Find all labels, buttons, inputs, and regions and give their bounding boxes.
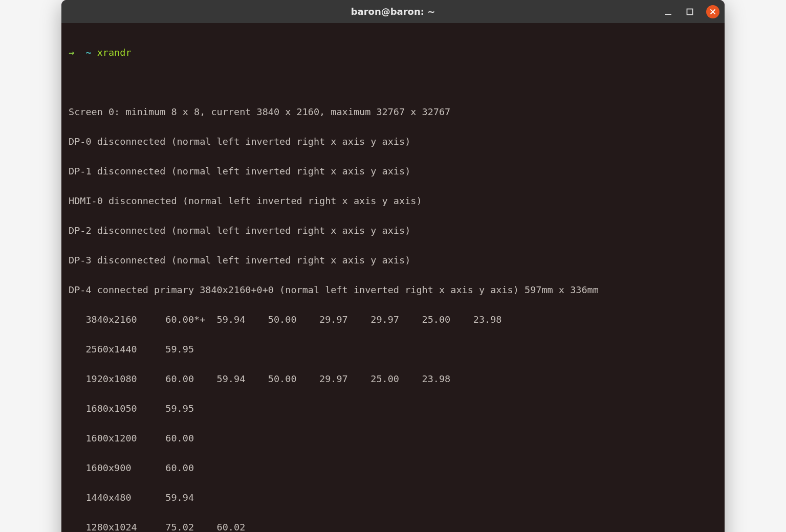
- maximize-icon: [686, 8, 693, 15]
- prompt-arrow-icon: →: [69, 47, 74, 58]
- output-line: DP-1 disconnected (normal left inverted …: [69, 164, 717, 179]
- prompt-line-1: → ~ xrandr: [69, 45, 717, 60]
- minimize-icon: [665, 8, 672, 15]
- output-line: 3840x2160 60.00*+ 59.94 50.00 29.97 29.9…: [69, 312, 717, 327]
- close-button[interactable]: [706, 5, 719, 18]
- output-line: HDMI-0 disconnected (normal left inverte…: [69, 193, 717, 208]
- output-line: 1280x1024 75.02 60.02: [69, 520, 717, 532]
- output-line: Screen 0: minimum 8 x 8, current 3840 x …: [69, 104, 717, 119]
- svg-rect-0: [665, 14, 671, 15]
- output-line: 1920x1080 60.00 59.94 50.00 29.97 25.00 …: [69, 371, 717, 386]
- window-title: baron@baron: ~: [351, 6, 435, 17]
- command-text: xrandr: [97, 47, 132, 58]
- output-line: DP-0 disconnected (normal left inverted …: [69, 134, 717, 149]
- output-line: 1600x1200 60.00: [69, 431, 717, 446]
- output-line: 1440x480 59.94: [69, 490, 717, 505]
- output-line: 1600x900 60.00: [69, 460, 717, 475]
- output-line: 1680x1050 59.95: [69, 401, 717, 416]
- maximize-button[interactable]: [685, 7, 695, 17]
- terminal-window: baron@baron: ~ → ~ xrandr Screen 0: mini…: [61, 0, 725, 532]
- svg-rect-1: [687, 9, 693, 14]
- window-controls: [663, 5, 719, 18]
- output-line: 2560x1440 59.95: [69, 342, 717, 357]
- blank-line: [69, 75, 717, 90]
- output-line: DP-3 disconnected (normal left inverted …: [69, 253, 717, 268]
- prompt-cwd: ~: [85, 47, 91, 58]
- titlebar: baron@baron: ~: [61, 0, 725, 23]
- output-line: DP-4 connected primary 3840x2160+0+0 (no…: [69, 282, 717, 297]
- terminal-body[interactable]: → ~ xrandr Screen 0: minimum 8 x 8, curr…: [61, 23, 725, 532]
- minimize-button[interactable]: [663, 7, 673, 17]
- close-icon: [710, 9, 716, 15]
- output-line: DP-2 disconnected (normal left inverted …: [69, 223, 717, 238]
